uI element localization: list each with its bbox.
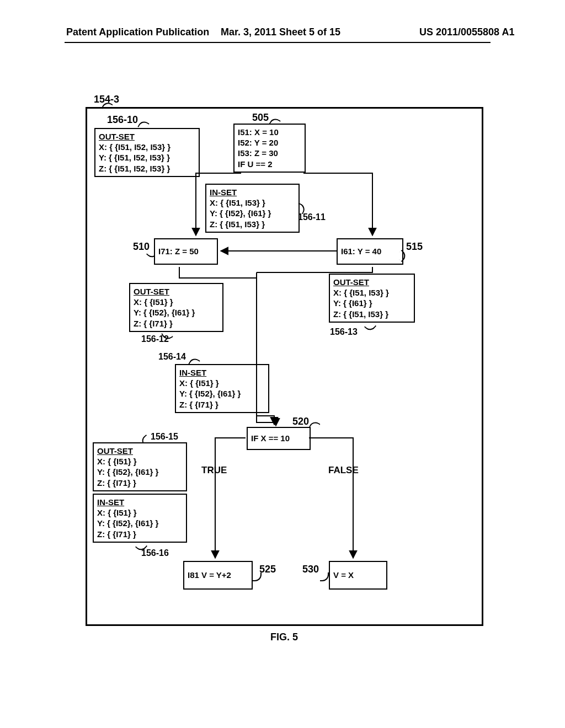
ref-156-16: 156-16 <box>141 548 169 558</box>
annot-title: OUT-SET <box>97 446 183 456</box>
annot-line: Z: { {I71} } <box>134 318 219 329</box>
annot-line: Z: { {I51, I53} } <box>210 219 295 229</box>
annot-156-12: OUT-SET X: { {I51} } Y: { {I52}, {I61} }… <box>129 283 223 332</box>
block-510: I71: Z = 50 <box>154 238 218 265</box>
annot-line: X: { {I51, I53} } <box>210 197 295 208</box>
annot-line: X: { {I51} } <box>179 378 265 388</box>
code-line: I81 V = Y+2 <box>188 570 231 580</box>
code-line: I61: Y = 40 <box>341 246 381 256</box>
annot-line: Y: { {I51, I52, I53} } <box>99 152 195 163</box>
figure-caption: FIG. 5 <box>270 631 298 643</box>
annot-line: Y: { {I52}, {I61} } <box>97 467 183 477</box>
block-520: IF X == 10 <box>247 427 311 450</box>
code-line: IF X == 10 <box>251 433 290 443</box>
annot-line: Z: { {I71} } <box>97 529 183 539</box>
annot-line: Z: { {I71} } <box>179 399 265 410</box>
header-mid: Mar. 3, 2011 Sheet 5 of 15 <box>221 26 340 38</box>
ref-156-10: 156-10 <box>107 114 138 126</box>
annot-line: X: { {I51} } <box>134 297 219 307</box>
annot-line: Y: { {I52}, {I61} } <box>210 208 295 218</box>
ref-515: 515 <box>406 241 423 253</box>
annot-line: Z: { {I51, I53} } <box>333 309 411 319</box>
ref-156-11: 156-11 <box>298 212 326 222</box>
annot-title: IN-SET <box>179 367 265 378</box>
annot-line: Y: { {I52}, {I61} } <box>134 307 219 318</box>
header-right: US 2011/0055808 A1 <box>419 26 514 38</box>
annot-title: OUT-SET <box>134 286 219 297</box>
block-525: I81 V = Y+2 <box>183 561 253 590</box>
code-line: IF U == 2 <box>238 159 301 169</box>
block-505: I51: X = 10 I52: Y = 20 I53: Z = 30 IF U… <box>233 124 306 173</box>
false-label: FALSE <box>328 465 359 476</box>
header-rule <box>65 42 491 43</box>
annot-156-15: OUT-SET X: { {I51} } Y: { {I52}, {I61} }… <box>93 442 187 491</box>
ref-156-13: 156-13 <box>330 327 358 337</box>
block-530: V = X <box>329 561 387 590</box>
annot-line: Y: { {I52}, {I61} } <box>179 388 265 399</box>
code-line: I52: Y = 20 <box>238 137 301 148</box>
annot-title: IN-SET <box>210 187 295 197</box>
code-line: I71: Z = 50 <box>158 246 199 256</box>
annot-line: X: { {I51} } <box>97 456 183 467</box>
annot-156-11: IN-SET X: { {I51, I53} } Y: { {I52}, {I6… <box>205 184 300 233</box>
annot-line: X: { {I51} } <box>97 507 183 518</box>
annot-line: Y: { {I52}, {I61} } <box>97 518 183 528</box>
annot-156-14: IN-SET X: { {I51} } Y: { {I52}, {I61} } … <box>175 364 269 413</box>
ref-510: 510 <box>133 241 150 253</box>
annot-line: Z: { {I71} } <box>97 478 183 488</box>
annot-line: X: { {I51, I52, I53} } <box>99 142 195 152</box>
code-line: I51: X = 10 <box>238 127 301 137</box>
annot-156-10: OUT-SET X: { {I51, I52, I53} } Y: { {I51… <box>94 128 200 177</box>
annot-line: Y: { {I61} } <box>333 298 411 308</box>
annot-line: Z: { {I51, I52, I53} } <box>99 163 195 174</box>
true-label: TRUE <box>201 465 227 476</box>
annot-title: IN-SET <box>97 497 183 507</box>
annot-156-13: OUT-SET X: { {I51, I53} } Y: { {I61} } Z… <box>329 274 415 323</box>
ref-156-15: 156-15 <box>151 432 178 442</box>
ref-156-12: 156-12 <box>141 334 169 344</box>
annot-line: X: { {I51, I53} } <box>333 287 411 298</box>
ref-156-14: 156-14 <box>158 352 186 362</box>
annot-title: OUT-SET <box>99 131 195 142</box>
block-515: I61: Y = 40 <box>337 238 403 265</box>
header-left: Patent Application Publication <box>66 26 209 38</box>
annot-title: OUT-SET <box>333 277 411 287</box>
annot-156-16: IN-SET X: { {I51} } Y: { {I52}, {I61} } … <box>93 494 187 543</box>
code-line: V = X <box>333 570 354 580</box>
code-line: I53: Z = 30 <box>238 148 301 158</box>
ref-505: 505 <box>252 112 269 124</box>
ref-525: 525 <box>259 564 276 575</box>
ref-530: 530 <box>302 564 319 575</box>
ref-520: 520 <box>292 416 309 427</box>
